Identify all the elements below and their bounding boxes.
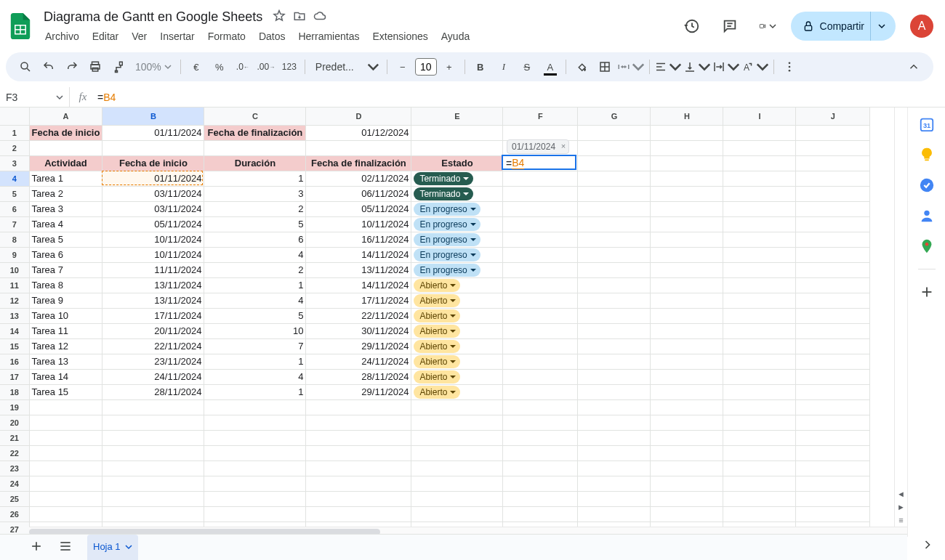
cell[interactable]: Fecha de finalización [204, 125, 306, 140]
maps-icon[interactable] [919, 238, 935, 254]
cell[interactable] [796, 293, 870, 308]
cell[interactable] [796, 140, 870, 155]
cell[interactable]: 13/11/2024 [102, 293, 204, 308]
select-all-corner[interactable] [0, 107, 29, 125]
row-header-16[interactable]: 16 [0, 354, 29, 369]
cell[interactable] [102, 415, 204, 430]
row-header-23[interactable]: 23 [0, 460, 29, 476]
status-chip[interactable]: En progreso [414, 218, 480, 231]
sheet-tab[interactable]: Hoja 1 [87, 535, 138, 537]
cell[interactable] [651, 140, 723, 155]
more-formats-icon[interactable]: 123 [278, 56, 300, 78]
cell[interactable] [796, 125, 870, 140]
cell[interactable] [503, 384, 578, 399]
cell[interactable] [723, 155, 796, 171]
cell[interactable] [578, 384, 651, 399]
cell[interactable] [651, 308, 723, 323]
cell[interactable]: 22/11/2024 [102, 338, 204, 354]
cell[interactable] [503, 399, 578, 415]
cell[interactable]: 24/11/2024 [102, 369, 204, 384]
cell[interactable] [29, 506, 102, 522]
star-icon[interactable] [273, 9, 286, 25]
cell[interactable]: Tarea 4 [29, 216, 102, 232]
cell[interactable] [651, 415, 723, 430]
cell[interactable]: 01/11/2024 [102, 171, 204, 186]
cell[interactable] [723, 354, 796, 369]
status-chip[interactable]: Abierto [414, 386, 460, 399]
row-header-5[interactable]: 5 [0, 186, 29, 201]
cell[interactable] [796, 354, 870, 369]
cell[interactable] [29, 476, 102, 491]
cell[interactable]: Tarea 15 [29, 384, 102, 399]
row-header-9[interactable]: 9 [0, 247, 29, 262]
col-header-A[interactable]: A [29, 107, 102, 125]
cell[interactable]: Abierto [411, 308, 503, 323]
cell[interactable]: 1 [204, 354, 306, 369]
menu-datos[interactable]: Datos [253, 28, 291, 45]
cell[interactable] [578, 491, 651, 506]
cell[interactable] [723, 171, 796, 186]
cell[interactable]: 11/11/2024 [102, 262, 204, 277]
row-header-8[interactable]: 8 [0, 232, 29, 247]
increase-font-icon[interactable]: + [438, 56, 460, 78]
cell[interactable]: 28/11/2024 [306, 369, 411, 384]
menu-extensiones[interactable]: Extensiones [366, 28, 433, 45]
cell[interactable]: Tarea 6 [29, 247, 102, 262]
cell[interactable] [723, 399, 796, 415]
search-icon[interactable] [15, 56, 36, 78]
cell[interactable]: 22/11/2024 [306, 308, 411, 323]
cell[interactable] [411, 399, 503, 415]
font-dropdown[interactable]: Predet... [310, 56, 382, 78]
print-icon[interactable] [84, 56, 106, 78]
status-chip[interactable]: Abierto [414, 294, 460, 307]
cell[interactable] [503, 506, 578, 522]
col-header-B[interactable]: B [102, 107, 204, 125]
row-header-14[interactable]: 14 [0, 323, 29, 338]
cell[interactable] [306, 415, 411, 430]
cell[interactable]: Abierto [411, 293, 503, 308]
cell[interactable] [796, 460, 870, 476]
cell[interactable] [503, 232, 578, 247]
cell[interactable] [651, 125, 723, 140]
cell[interactable]: Abierto [411, 354, 503, 369]
increase-decimal-icon[interactable]: .00→ [255, 56, 277, 78]
status-chip[interactable]: Abierto [414, 355, 460, 368]
status-chip[interactable]: En progreso [414, 248, 480, 261]
cell[interactable] [723, 476, 796, 491]
col-header-E[interactable]: E [411, 107, 503, 125]
cell[interactable] [651, 186, 723, 201]
cell[interactable] [204, 460, 306, 476]
cell[interactable]: Tarea 1 [29, 171, 102, 186]
cell[interactable] [651, 216, 723, 232]
cell[interactable] [306, 445, 411, 460]
row-header-15[interactable]: 15 [0, 338, 29, 354]
cell[interactable] [411, 445, 503, 460]
cell[interactable]: 16/11/2024 [306, 232, 411, 247]
cell[interactable] [796, 277, 870, 293]
zoom-dropdown[interactable]: 100% [131, 61, 176, 73]
status-chip[interactable]: Abierto [414, 370, 460, 384]
row-header-19[interactable]: 19 [0, 399, 29, 415]
cell[interactable] [796, 338, 870, 354]
row-header-25[interactable]: 25 [0, 491, 29, 506]
cell[interactable]: 01/12/2024 [306, 125, 411, 140]
history-icon[interactable] [677, 12, 707, 41]
cell[interactable]: Tarea 5 [29, 232, 102, 247]
borders-icon[interactable] [594, 56, 616, 78]
cell[interactable] [796, 186, 870, 201]
cloud-icon[interactable] [313, 9, 326, 25]
keep-icon[interactable] [919, 147, 935, 163]
add-icon[interactable] [919, 284, 935, 300]
row-header-13[interactable]: 13 [0, 308, 29, 323]
active-cell[interactable]: =B4 [504, 155, 524, 171]
cell[interactable] [503, 369, 578, 384]
cell[interactable]: 1 [204, 384, 306, 399]
cell[interactable] [578, 399, 651, 415]
cell[interactable]: 2 [204, 262, 306, 277]
cell[interactable] [651, 247, 723, 262]
cell[interactable] [796, 232, 870, 247]
cell[interactable] [578, 140, 651, 155]
status-chip[interactable]: Terminado [414, 172, 473, 185]
cell[interactable] [723, 201, 796, 216]
cell[interactable] [723, 277, 796, 293]
